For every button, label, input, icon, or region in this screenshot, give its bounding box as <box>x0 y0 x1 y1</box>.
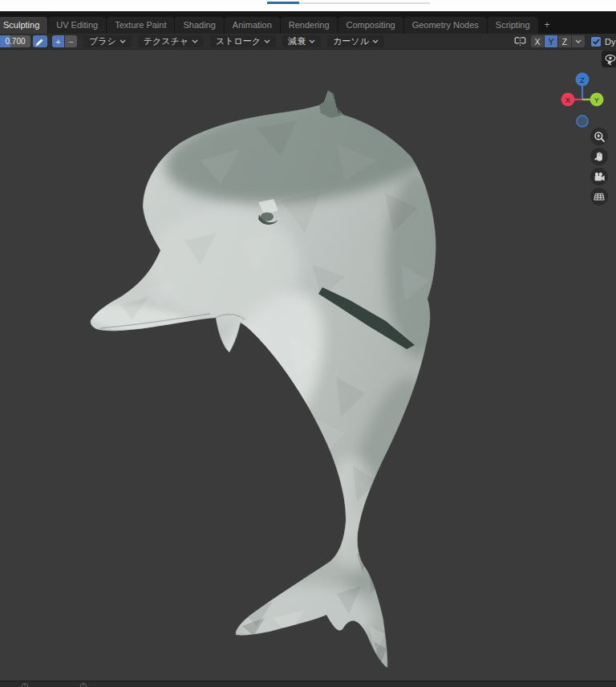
stroke-dropdown-label: ストローク <box>216 35 261 47</box>
strength-value: 0.700 <box>0 35 30 47</box>
chevron-down-icon <box>575 39 582 43</box>
progress-segment-gray <box>299 2 430 4</box>
chevron-down-icon <box>264 39 270 43</box>
cursor-dropdown[interactable]: カーソル <box>327 35 384 47</box>
pressure-toggle-button[interactable] <box>33 35 47 47</box>
viewport-canvas-dolphin-model[interactable] <box>0 50 616 681</box>
dorsal-fin <box>319 91 343 118</box>
tab-animation[interactable]: Animation <box>225 17 280 34</box>
gizmo-axis-z-negative[interactable] <box>577 116 588 127</box>
tab-scripting[interactable]: Scripting <box>488 17 538 34</box>
stroke-dropdown[interactable]: ストローク <box>210 35 276 47</box>
svg-text:Z: Z <box>580 75 585 84</box>
texture-dropdown[interactable]: テクスチャ <box>138 35 204 47</box>
texture-dropdown-label: テクスチャ <box>144 35 188 47</box>
brush-dropdown[interactable]: ブラシ <box>83 35 132 47</box>
tab-uv-editing[interactable]: UV Editing <box>48 17 106 34</box>
tab-shading[interactable]: Shading <box>175 17 223 34</box>
window-chrome-strip <box>0 0 616 11</box>
zoom-button[interactable] <box>590 128 608 145</box>
chevron-down-icon <box>120 39 126 43</box>
chevron-down-icon <box>372 39 379 43</box>
zoom-icon <box>594 131 606 143</box>
brush-dropdown-label: ブラシ <box>89 35 116 47</box>
grid-icon <box>593 191 606 202</box>
gizmo-axis-z[interactable]: Z <box>576 73 590 87</box>
viewport-nav-column <box>590 128 608 205</box>
symmetry-butterfly-icon <box>513 36 527 47</box>
direction-toggle-group: + − <box>52 35 77 47</box>
viewport-3d: Z X Y <box>0 50 616 681</box>
add-direction-button[interactable]: + <box>52 35 64 47</box>
svg-text:X: X <box>565 96 571 104</box>
pen-icon <box>35 37 45 47</box>
add-workspace-button[interactable]: + <box>539 17 556 34</box>
overlay-popover-button[interactable] <box>602 51 616 67</box>
workspace-tabbar: Sculpting UV Editing Texture Paint Shadi… <box>0 11 616 34</box>
chevron-down-icon <box>309 39 315 43</box>
mirror-y-button[interactable]: Y <box>545 35 557 47</box>
gizmo-axis-x[interactable]: X <box>561 93 575 107</box>
mouse-icon <box>22 683 28 687</box>
mouse-icon <box>80 683 87 687</box>
mirror-z-button[interactable]: Z <box>558 35 571 47</box>
grid-ortho-button[interactable] <box>590 188 608 205</box>
camera-view-button[interactable] <box>590 168 608 185</box>
hand-icon <box>594 151 606 163</box>
gizmo-axis-y[interactable]: Y <box>590 93 604 107</box>
tab-texture-paint[interactable]: Texture Paint <box>107 17 174 34</box>
pan-button[interactable] <box>590 148 608 165</box>
check-icon <box>593 39 600 45</box>
strength-slider[interactable]: 0.700 <box>0 35 30 47</box>
tab-sculpting[interactable]: Sculpting <box>0 17 47 34</box>
progress-segment-blue <box>267 2 299 4</box>
tab-compositing[interactable]: Compositing <box>338 17 403 34</box>
falloff-dropdown-label: 減衰 <box>288 35 306 47</box>
symmetry-cluster: X Y Z Dyn <box>513 35 616 47</box>
eye-icon <box>604 53 616 66</box>
subtract-direction-button[interactable]: − <box>65 35 77 47</box>
falloff-dropdown[interactable]: 減衰 <box>282 35 321 47</box>
navigation-gizmo[interactable]: Z X Y <box>559 71 607 132</box>
tool-settings-bar: 0.700 + − ブラシ テクスチャ ストローク 減衰 カーソル <box>0 34 616 50</box>
chevron-down-icon <box>192 39 198 43</box>
mirror-x-button[interactable]: X <box>531 35 544 47</box>
symmetry-options-dropdown[interactable] <box>572 35 585 47</box>
tab-rendering[interactable]: Rendering <box>281 17 338 34</box>
cursor-dropdown-label: カーソル <box>333 35 369 47</box>
svg-text:Y: Y <box>594 96 600 104</box>
dyntopo-checkbox[interactable] <box>591 37 601 47</box>
status-bar <box>0 681 616 687</box>
dyntopo-label[interactable]: Dyn <box>605 37 616 47</box>
tab-geometry-nodes[interactable]: Geometry Nodes <box>404 17 487 34</box>
camera-icon <box>593 171 606 183</box>
